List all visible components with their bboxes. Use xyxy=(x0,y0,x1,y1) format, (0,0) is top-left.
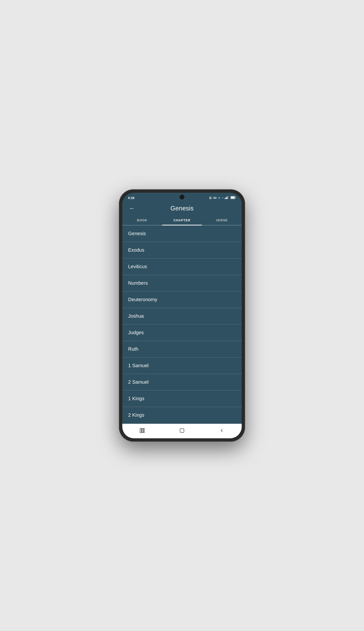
svg-rect-6 xyxy=(140,428,141,433)
book-item-joshua[interactable]: Joshua xyxy=(122,308,242,324)
svg-rect-7 xyxy=(142,428,143,433)
page-title: Genesis xyxy=(170,204,194,212)
book-item-numbers[interactable]: Numbers xyxy=(122,275,242,292)
home-button[interactable] xyxy=(178,427,186,434)
recent-apps-button[interactable] xyxy=(139,427,146,434)
book-item-1kings[interactable]: 1 Kings xyxy=(122,390,242,407)
book-item-ruth[interactable]: Ruth xyxy=(122,341,242,358)
svg-rect-2 xyxy=(227,196,228,199)
book-item-judges[interactable]: Judges xyxy=(122,324,242,341)
svg-rect-5 xyxy=(231,196,234,198)
tab-verse[interactable]: VERSE xyxy=(202,216,242,225)
svg-rect-3 xyxy=(228,196,228,199)
phone-screen: 6:28 🖼 ⌨ 🐦 • xyxy=(122,193,242,438)
book-list: GenesisExodusLeviticusNumbersDeuteronomy… xyxy=(122,226,242,424)
app-header: ← Genesis xyxy=(122,202,242,216)
back-button-nav[interactable] xyxy=(218,427,225,434)
keyboard-icon: ⌨ xyxy=(213,196,216,199)
svg-rect-9 xyxy=(180,428,184,432)
signal-icon xyxy=(225,196,229,200)
tab-book[interactable]: BOOK xyxy=(122,216,162,225)
svg-rect-0 xyxy=(225,198,226,199)
svg-rect-8 xyxy=(144,428,144,433)
book-item-1samuel[interactable]: 1 Samuel xyxy=(122,358,242,374)
status-icons: 🖼 ⌨ 🐦 • xyxy=(209,196,236,200)
dot-indicator: • xyxy=(222,196,223,199)
bottom-nav xyxy=(122,424,242,438)
book-item-deuteronomy[interactable]: Deuteronomy xyxy=(122,292,242,308)
back-button[interactable]: ← xyxy=(127,204,137,212)
book-item-exodus[interactable]: Exodus xyxy=(122,242,242,258)
book-item-2kings[interactable]: 2 Kings xyxy=(122,407,242,423)
twitter-icon: 🐦 xyxy=(218,196,221,199)
book-item-leviticus[interactable]: Leviticus xyxy=(122,258,242,275)
gallery-icon: 🖼 xyxy=(209,196,212,199)
camera-notch xyxy=(180,195,184,200)
phone-frame: 6:28 🖼 ⌨ 🐦 • xyxy=(119,189,245,442)
tab-bar: BOOK CHAPTER VERSE xyxy=(122,216,242,226)
book-item-genesis[interactable]: Genesis xyxy=(122,226,242,242)
svg-rect-1 xyxy=(226,197,226,199)
book-item-2samuel[interactable]: 2 Samuel xyxy=(122,374,242,390)
battery-icon xyxy=(230,196,236,200)
tab-chapter[interactable]: CHAPTER xyxy=(162,216,202,225)
status-time: 6:28 xyxy=(128,196,134,200)
